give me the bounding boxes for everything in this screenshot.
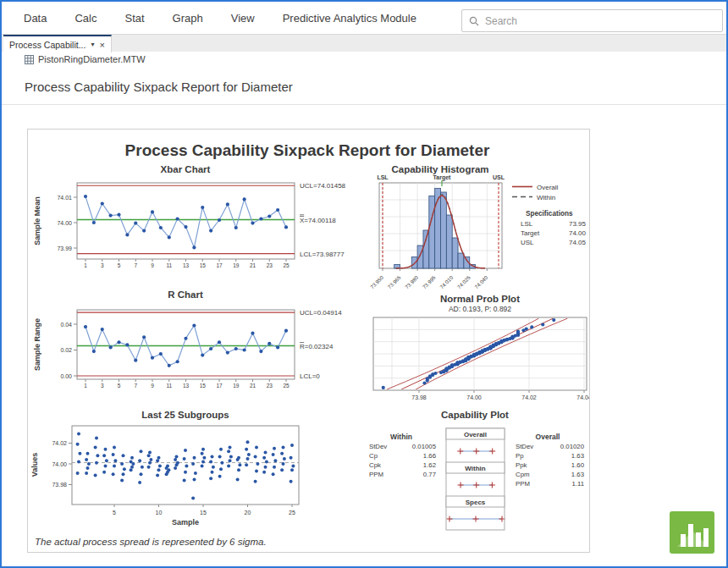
chart-shape — [201, 448, 205, 451]
chart-text: 1.63 — [571, 452, 584, 460]
graph-main-title: Process Capability Sixpack Report for Di… — [125, 141, 490, 159]
chart-shape — [159, 226, 163, 229]
chart-shape — [272, 472, 275, 476]
chart-shape — [226, 350, 229, 354]
chart-shape — [423, 230, 429, 268]
menu-item-view[interactable]: View — [231, 12, 255, 25]
menu-item-graph[interactable]: Graph — [173, 12, 203, 25]
chart-shape — [220, 461, 223, 465]
chart-shape — [212, 466, 215, 469]
chart-shape — [243, 197, 246, 201]
chart-shape — [166, 464, 169, 467]
chart-shape — [282, 445, 285, 449]
chart-shape — [251, 332, 254, 335]
last25-title: Last 25 Subgroups — [141, 410, 229, 420]
chart-shape — [280, 452, 284, 455]
chart-shape — [175, 455, 179, 458]
chart-shape — [273, 459, 277, 462]
chart-text: 1.60 — [571, 461, 585, 469]
chart-shape — [134, 359, 137, 362]
chart-text: Pp — [516, 452, 524, 460]
chart-shape — [201, 464, 204, 467]
chart-shape — [158, 464, 162, 467]
chart-shape — [290, 444, 294, 447]
chart-shape — [267, 342, 271, 345]
menu-item-data[interactable]: Data — [24, 12, 47, 25]
chart-shape — [141, 466, 144, 469]
tab-process-capability[interactable]: Process Capabilit... ▾ × — [3, 35, 112, 52]
chart-shape — [148, 461, 152, 465]
chart-shape — [273, 466, 276, 469]
chart-text: PPM — [516, 480, 530, 488]
chart-shape — [272, 453, 275, 456]
chart-shape — [140, 472, 143, 476]
xbar-title: Xbar Chart — [161, 164, 211, 174]
chart-text: 5 — [118, 262, 121, 268]
histogram-target-label: Target — [433, 174, 452, 181]
chart-shape — [290, 468, 294, 471]
chart-text: 74.00 — [57, 220, 72, 226]
search-box[interactable] — [461, 9, 723, 32]
chart-shape — [86, 452, 90, 455]
search-icon — [469, 16, 479, 26]
app-window: Data Calc Stat Graph View Predictive Ana… — [0, 0, 728, 568]
chart-shape — [264, 466, 267, 469]
chart-text: 5 — [118, 383, 121, 389]
chart-text: 74.040 — [473, 274, 489, 290]
chart-text: 1 — [84, 383, 87, 389]
chart-text: 3 — [101, 262, 104, 268]
chart-shape — [113, 445, 116, 449]
chart-shape — [259, 217, 262, 220]
rchart-center-label: R=0.02324 — [300, 343, 334, 350]
chart-shape — [193, 456, 196, 460]
chart-text: Cp — [369, 452, 378, 460]
chart-shape — [247, 453, 251, 456]
chart-shape — [125, 343, 129, 346]
within-table-title: Within — [390, 433, 412, 441]
menu-item-stat[interactable]: Stat — [124, 12, 144, 25]
chart-shape — [265, 460, 268, 464]
search-input[interactable] — [485, 15, 715, 27]
chart-text: 73.95 — [569, 220, 587, 228]
tab-close-icon[interactable]: × — [99, 40, 104, 50]
chart-text: LSL — [521, 220, 533, 228]
menu-item-predictive-analytics-module[interactable]: Predictive Analytics Module — [283, 12, 416, 25]
worksheet-row[interactable]: PistonRingDiameter.MTW — [25, 54, 146, 64]
chart-text: 15 — [200, 383, 207, 389]
chart-text: 23 — [267, 383, 273, 389]
chart-shape — [246, 440, 250, 444]
chart-shape — [262, 456, 266, 460]
chart-shape — [109, 345, 113, 349]
chart-shape — [209, 460, 212, 464]
chart-text: 74.025 — [456, 274, 472, 290]
chart-shape — [255, 445, 258, 449]
chart-shape — [382, 386, 385, 389]
graph-window-icon[interactable] — [670, 511, 714, 554]
chart-shape — [174, 458, 177, 461]
chart-shape — [86, 466, 90, 470]
chart-shape — [201, 452, 204, 455]
chart-shape — [229, 445, 232, 449]
histogram-usl-label: USL — [493, 174, 505, 180]
chart-shape — [168, 235, 171, 239]
chart-shape — [101, 201, 104, 205]
worksheet-grid-icon — [25, 55, 34, 64]
chart-text: 15 — [200, 262, 207, 268]
chart-shape — [219, 448, 223, 451]
chart-shape — [267, 214, 271, 218]
chart-shape — [422, 381, 426, 384]
chart-text: 25 — [283, 262, 290, 268]
chart-text: 73.950 — [369, 274, 385, 290]
chart-text: 74.04 — [576, 394, 589, 400]
page-title: Process Capability Sixpack Report for Di… — [25, 80, 293, 94]
chart-text: 74.02 — [521, 394, 537, 400]
chart-shape — [134, 222, 137, 225]
tab-label: Process Capabilit... — [9, 40, 85, 50]
chart-shape — [112, 472, 115, 476]
chart-shape — [185, 464, 188, 467]
probplot-title: Normal Prob Plot — [440, 294, 520, 304]
chart-text: 74.010 — [438, 274, 455, 290]
tab-dropdown-icon[interactable]: ▾ — [91, 41, 94, 48]
menu-item-calc[interactable]: Calc — [74, 12, 97, 25]
chart-shape — [96, 454, 99, 457]
